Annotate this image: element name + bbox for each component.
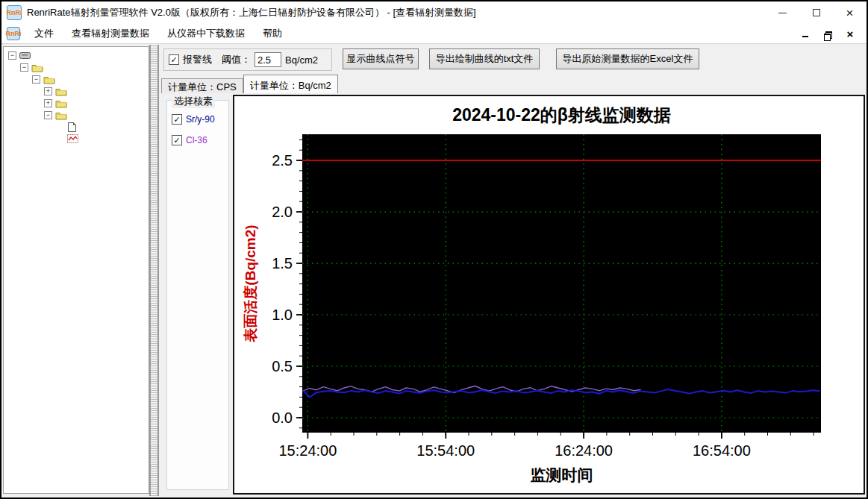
nuclide-checkbox-cl-36[interactable]: ✓ — [172, 135, 182, 145]
tree-item-20[interactable]: + — [4, 85, 149, 97]
device-icon — [19, 50, 31, 60]
svg-text:16:24:00: 16:24:00 — [555, 442, 613, 459]
nuclide-groupbox: 选择核素 ✓Sr/y-90✓Cl-36 — [166, 100, 229, 490]
tree-item-20241022-[interactable] — [4, 133, 149, 145]
child-close-button[interactable]: × — [844, 28, 856, 39]
svg-text:15:24:00: 15:24:00 — [278, 442, 337, 459]
app-icon: RnRi — [7, 5, 22, 20]
tab-unit-cps[interactable]: 计量单位：CPS — [161, 78, 243, 93]
folder-icon — [55, 87, 67, 96]
threshold-unit-label: Bq/cm2 — [285, 54, 318, 66]
alarm-line-checkbox[interactable]: ✓ — [169, 54, 179, 65]
device-tree-panel: −−−++− — [3, 46, 149, 494]
chart-container: 0.00.51.01.52.02.515:24:0015:54:0016:24:… — [233, 95, 865, 495]
collapse-toggle-icon[interactable]: − — [20, 63, 28, 72]
svg-text:16:54:00: 16:54:00 — [693, 442, 751, 459]
svg-text:监测时间: 监测时间 — [531, 466, 593, 483]
nuclide-checkbox-sr-y-90[interactable]: ✓ — [172, 114, 182, 125]
tab-unit-bqcm2[interactable]: 计量单位：Bq/cm2 — [243, 75, 338, 93]
folder-icon — [31, 63, 43, 72]
collapse-toggle-icon[interactable]: − — [44, 111, 52, 119]
panel-splitter[interactable] — [149, 45, 159, 496]
export-txt-button[interactable]: 导出绘制曲线的txt文件 — [429, 48, 540, 69]
tree-item-22[interactable]: − — [4, 109, 149, 121]
maximize-button[interactable] — [799, 1, 833, 24]
collapse-toggle-icon[interactable]: − — [32, 75, 40, 84]
folder-icon — [55, 98, 67, 108]
svg-text:1.5: 1.5 — [272, 255, 293, 272]
child-restore-button[interactable] — [822, 28, 834, 39]
svg-text:0.0: 0.0 — [272, 409, 293, 426]
nuclide-label: Sr/y-90 — [186, 114, 215, 125]
menu-bar: RnRi 文件查看辐射测量数据从仪器中下载数据帮助 × — [1, 24, 867, 44]
nuclide-item: ✓Sr/y-90 — [172, 114, 228, 125]
svg-text:2.0: 2.0 — [272, 204, 293, 220]
folder-icon — [43, 75, 55, 84]
minimize-button[interactable] — [766, 1, 799, 24]
close-icon: × — [846, 7, 854, 19]
child-minimize-icon — [802, 36, 808, 37]
minimize-icon — [778, 13, 787, 13]
collapse-toggle-icon[interactable]: − — [8, 51, 16, 60]
svg-text:2024-10-22的β射线监测数据: 2024-10-22的β射线监测数据 — [452, 105, 671, 125]
window-title: RenriRate辐射剂量管理软件 V2.0版（版权所有：上海仁日辐射防护设备有… — [27, 6, 476, 19]
svg-text:15:54:00: 15:54:00 — [416, 442, 475, 459]
show-curve-symbols-button[interactable]: 显示曲线点符号 — [343, 48, 419, 69]
tree-item-2024[interactable]: − — [4, 61, 149, 73]
threshold-label: 阈值： — [222, 53, 251, 66]
export-excel-button[interactable]: 导出原始测量数据的Excel文件 — [556, 48, 699, 69]
nuclide-label: Cl-36 — [186, 135, 207, 145]
tree-item-21[interactable]: + — [4, 97, 149, 109]
menu-item-1[interactable]: 查看辐射测量数据 — [63, 23, 158, 44]
svg-text:表面活度(Bq/cm2): 表面活度(Bq/cm2) — [243, 225, 258, 342]
chart-icon — [67, 134, 78, 144]
menu-item-0[interactable]: 文件 — [25, 23, 63, 44]
svg-text:0.5: 0.5 — [272, 358, 293, 374]
alarm-line-label: 报警线 — [183, 53, 212, 66]
folder-icon — [55, 110, 67, 120]
document-icon: RnRi — [7, 27, 20, 40]
monitoring-chart: 0.00.51.01.52.02.515:24:0015:54:0016:24:… — [234, 96, 864, 493]
svg-text:1.0: 1.0 — [272, 307, 293, 323]
chart-view-panel: ✓ 报警线 阈值： Bq/cm2 显示曲线点符号 导出绘制曲线的txt文件 导出… — [159, 45, 867, 496]
close-button[interactable]: × — [833, 1, 867, 24]
svg-text:2.5: 2.5 — [272, 152, 293, 169]
alarm-settings-panel: ✓ 报警线 阈值： Bq/cm2 — [163, 48, 332, 71]
nuclide-item: ✓Cl-36 — [172, 135, 228, 145]
doc-icon — [67, 122, 77, 133]
expand-toggle-icon[interactable]: + — [44, 99, 52, 107]
menu-item-3[interactable]: 帮助 — [254, 23, 291, 44]
unit-tabstrip: 计量单位：CPS计量单位：Bq/cm2 — [161, 75, 338, 93]
tree-item-20241022-[interactable] — [4, 121, 149, 133]
menu-item-2[interactable]: 从仪器中下载数据 — [158, 23, 254, 44]
tree-item-ren600-188-[interactable]: − — [4, 49, 149, 61]
threshold-input[interactable] — [255, 52, 281, 67]
tree-item-10[interactable]: − — [4, 73, 149, 85]
expand-toggle-icon[interactable]: + — [44, 87, 52, 95]
main-content: −−−++− ✓ 报警线 阈值： Bq/cm2 显示曲线点符号 导出绘制曲线的t… — [1, 45, 867, 496]
app-window: RnRi RenriRate辐射剂量管理软件 V2.0版（版权所有：上海仁日辐射… — [0, 0, 868, 499]
maximize-icon — [813, 9, 820, 16]
child-minimize-button[interactable] — [799, 28, 811, 39]
title-bar: RnRi RenriRate辐射剂量管理软件 V2.0版（版权所有：上海仁日辐射… — [1, 1, 867, 24]
child-close-icon: × — [847, 30, 854, 39]
child-restore-icon — [824, 31, 831, 39]
nuclide-groupbox-title: 选择核素 — [172, 95, 215, 108]
